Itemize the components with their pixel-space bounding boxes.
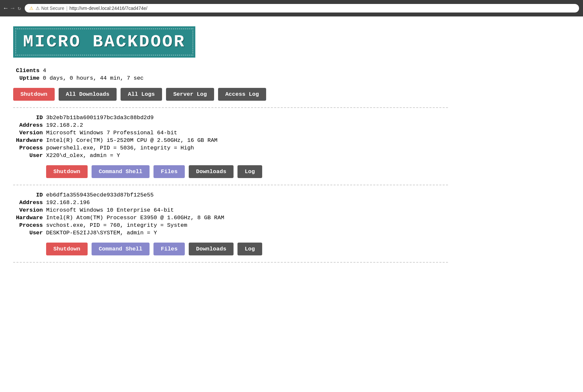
client-2-id-value: eb6df1a3559435ecde933d87bf125e55 <box>46 192 153 198</box>
client-1-log-button[interactable]: Log <box>237 165 262 178</box>
client-2-files-button[interactable]: Files <box>153 243 185 255</box>
not-secure-label: ⚠ Not Secure <box>36 6 64 11</box>
server-info-section: Clients 4 Uptime 0 days, 0 hours, 44 min… <box>13 67 448 81</box>
client-2-hardware-value: Intel(R) Atom(TM) Processor E3950 @ 1.60… <box>46 215 224 221</box>
client-1-version-row: Version Microsoft Windows 7 Professional… <box>13 130 448 136</box>
client-2-address-row: Address 192.168.2.196 <box>13 199 448 206</box>
global-shutdown-button[interactable]: Shutdown <box>13 88 55 101</box>
client-1-version-value: Microsoft Windows 7 Professional 64-bit <box>46 130 177 136</box>
server-log-button[interactable]: Server Log <box>166 88 214 101</box>
client-2-shutdown-button[interactable]: Shutdown <box>46 243 88 255</box>
client-1-shutdown-button[interactable]: Shutdown <box>46 165 88 178</box>
client-1-section: ID 3b2eb7b11ba6001197bc3da3c88bd2d9 Addr… <box>13 115 448 178</box>
clients-label: Clients <box>13 67 40 74</box>
client-2-section: ID eb6df1a3559435ecde933d87bf125e55 Addr… <box>13 192 448 255</box>
client-1-user-label: User <box>13 152 43 159</box>
divider-bottom <box>13 262 448 263</box>
forward-button[interactable]: → <box>11 5 14 12</box>
logo-text: MICRO BACKDOOR <box>23 32 185 52</box>
browser-nav: ← → ↻ <box>4 5 21 12</box>
client-1-files-button[interactable]: Files <box>153 165 185 178</box>
client-2-user-value: DESKTOP-E52IJJ8\SYSTEM, admin = Y <box>46 230 157 236</box>
client-2-shell-button[interactable]: Command Shell <box>92 243 150 255</box>
back-button[interactable]: ← <box>4 5 8 12</box>
divider-top <box>13 107 448 108</box>
client-1-address-label: Address <box>13 122 43 128</box>
client-2-process-row: Process svchost.exe, PID = 760, integrit… <box>13 222 448 228</box>
client-2-process-value: svchost.exe, PID = 760, integrity = Syst… <box>46 222 187 228</box>
client-1-process-value: powershell.exe, PID = 5036, integrity = … <box>46 145 194 151</box>
uptime-label: Uptime <box>13 75 40 81</box>
client-2-version-row: Version Microsoft Windows 10 Enterprise … <box>13 207 448 213</box>
client-2-hardware-label: Hardware <box>13 215 43 221</box>
client-2-id-label: ID <box>13 192 43 198</box>
client-1-process-row: Process powershell.exe, PID = 5036, inte… <box>13 145 448 151</box>
uptime-value: 0 days, 0 hours, 44 min, 7 sec <box>43 75 144 81</box>
clients-row: Clients 4 <box>13 67 448 74</box>
client-1-id-value: 3b2eb7b11ba6001197bc3da3c88bd2d9 <box>46 115 153 121</box>
url-display: http://vm-devel.local:24416/7cad474e/ <box>69 6 148 11</box>
client-2-buttons: Shutdown Command Shell Files Downloads L… <box>13 243 448 255</box>
client-2-process-label: Process <box>13 222 43 228</box>
logo-container: MICRO BACKDOOR <box>13 26 448 58</box>
client-1-downloads-button[interactable]: Downloads <box>189 165 234 178</box>
client-1-user-value: X220\d_olex, admin = Y <box>46 152 120 159</box>
client-1-hardware-value: Intel(R) Core(TM) i5-2520M CPU @ 2.50GHz… <box>46 137 217 144</box>
logo-banner: MICRO BACKDOOR <box>13 26 195 58</box>
client-2-address-label: Address <box>13 199 43 206</box>
client-1-id-label: ID <box>13 115 43 121</box>
client-2-hardware-row: Hardware Intel(R) Atom(TM) Processor E39… <box>13 215 448 221</box>
client-1-id-row: ID 3b2eb7b11ba6001197bc3da3c88bd2d9 <box>13 115 448 121</box>
client-1-hardware-label: Hardware <box>13 137 43 144</box>
client-2-version-label: Version <box>13 207 43 213</box>
clients-value: 4 <box>43 67 46 74</box>
page-content: MICRO BACKDOOR Clients 4 Uptime 0 days, … <box>0 16 461 279</box>
client-2-user-row: User DESKTOP-E52IJJ8\SYSTEM, admin = Y <box>13 230 448 236</box>
divider-middle <box>13 185 448 185</box>
client-1-address-value: 192.168.2.2 <box>46 122 83 128</box>
all-logs-button[interactable]: All Logs <box>121 88 162 101</box>
client-1-shell-button[interactable]: Command Shell <box>92 165 150 178</box>
client-1-address-row: Address 192.168.2.2 <box>13 122 448 128</box>
all-downloads-button[interactable]: All Downloads <box>59 88 117 101</box>
client-1-user-row: User X220\d_olex, admin = Y <box>13 152 448 159</box>
client-2-log-button[interactable]: Log <box>237 243 262 255</box>
client-1-hardware-row: Hardware Intel(R) Core(TM) i5-2520M CPU … <box>13 137 448 144</box>
browser-chrome: ← → ↻ ⚠ ⚠ Not Secure | http://vm-devel.l… <box>0 0 583 16</box>
client-1-version-label: Version <box>13 130 43 136</box>
address-bar[interactable]: ⚠ ⚠ Not Secure | http://vm-devel.local:2… <box>25 4 579 13</box>
uptime-row: Uptime 0 days, 0 hours, 44 min, 7 sec <box>13 75 448 81</box>
client-2-user-label: User <box>13 230 43 236</box>
client-2-downloads-button[interactable]: Downloads <box>189 243 234 255</box>
client-1-info: ID 3b2eb7b11ba6001197bc3da3c88bd2d9 Addr… <box>13 115 448 159</box>
client-2-info: ID eb6df1a3559435ecde933d87bf125e55 Addr… <box>13 192 448 236</box>
client-2-address-value: 192.168.2.196 <box>46 199 90 206</box>
client-2-version-value: Microsoft Windows 10 Enterprise 64-bit <box>46 207 174 213</box>
security-warning-icon: ⚠ <box>29 6 34 11</box>
access-log-button[interactable]: Access Log <box>218 88 266 101</box>
client-1-process-label: Process <box>13 145 43 151</box>
client-2-id-row: ID eb6df1a3559435ecde933d87bf125e55 <box>13 192 448 198</box>
address-separator: | <box>66 6 68 11</box>
refresh-button[interactable]: ↻ <box>18 5 21 12</box>
client-1-buttons: Shutdown Command Shell Files Downloads L… <box>13 165 448 178</box>
global-buttons: Shutdown All Downloads All Logs Server L… <box>13 88 448 101</box>
